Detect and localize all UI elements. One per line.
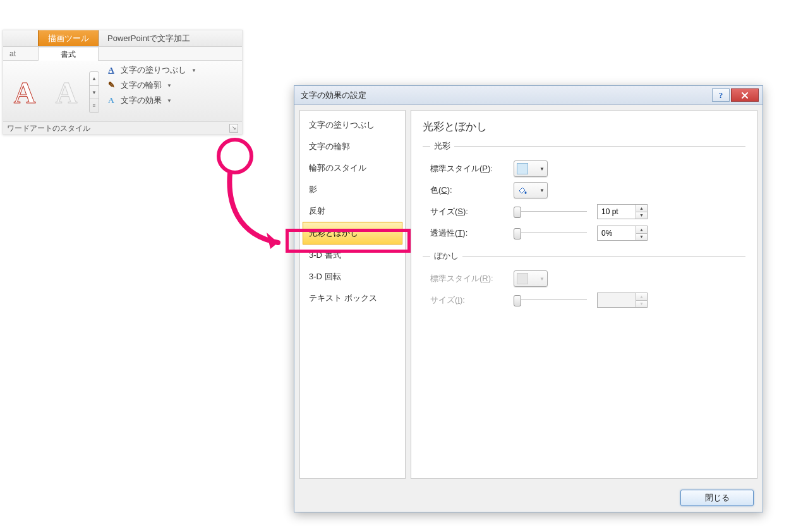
dialog-title: 文字の効果の設定 — [301, 90, 711, 101]
dialog-launcher-icon[interactable]: ↘ — [229, 124, 238, 133]
text-effects-dialog: 文字の効果の設定 ? 文字の塗りつぶし 文字の輪郭 輪郭のスタイル 影 反射 光… — [294, 85, 763, 512]
blur-preset-dropdown[interactable]: ▼ — [514, 270, 548, 287]
wordart-gallery[interactable]: A A ▲ ▼ ≡ — [3, 61, 103, 121]
ribbon-group-caption: ワードアートのスタイル ↘ — [3, 121, 242, 134]
chevron-down-icon: ▼ — [167, 83, 172, 88]
chevron-down-icon: ▼ — [191, 68, 196, 73]
category-text-outline[interactable]: 文字の輪郭 — [303, 136, 402, 157]
glow-preset-label: 標準スタイル(P): — [430, 163, 506, 174]
chevron-down-icon: ▼ — [540, 166, 545, 172]
text-effects-icon: A — [106, 95, 117, 106]
chevron-up-icon: ▲ — [636, 293, 647, 301]
group-caption-text: ワードアートのスタイル — [7, 124, 90, 133]
tab-format[interactable]: 書式 — [38, 47, 99, 61]
detail-pane: 光彩とぼかし 光彩 標準スタイル(P): ▼ 色(C): — [411, 110, 757, 479]
dialog-footer: 閉じる — [294, 484, 763, 512]
blur-preset-swatch-icon — [517, 273, 528, 284]
dialog-titlebar[interactable]: 文字の効果の設定 ? — [294, 86, 763, 105]
category-3d-format[interactable]: 3-D 書式 — [303, 245, 402, 266]
glow-size-label: サイズ(S): — [430, 206, 506, 217]
text-outline-icon: ✎ — [106, 80, 117, 91]
chevron-up-icon[interactable]: ▲ — [636, 205, 647, 212]
category-3d-rotation[interactable]: 3-D 回転 — [303, 266, 402, 287]
glow-size-spinner[interactable]: ▲▼ — [597, 204, 648, 219]
text-effects-button[interactable]: A 文字の効果 ▼ — [106, 95, 196, 106]
blur-size-label: サイズ(I): — [430, 294, 506, 306]
help-button[interactable]: ? — [712, 88, 730, 102]
ribbon-group-wordart-styles: A A ▲ ▼ ≡ A 文字の塗りつぶし ▼ ✎ 文字の輪郭 ▼ A 文字の効果 — [3, 61, 242, 121]
category-glow-soft-edges[interactable]: 光彩とぼかし — [303, 222, 402, 245]
chevron-down-icon[interactable]: ▼ — [90, 86, 99, 100]
blur-preset-label: 標準スタイル(R): — [430, 273, 506, 284]
glow-legend: 光彩 — [430, 140, 454, 152]
chevron-down-icon[interactable]: ▼ — [636, 234, 647, 241]
text-outline-label: 文字の輪郭 — [121, 80, 162, 91]
chevron-down-icon: ▼ — [167, 98, 172, 104]
glow-color-dropdown[interactable]: ▼ — [514, 182, 548, 198]
tab-fragment-at[interactable]: at — [9, 49, 16, 58]
blur-size-slider[interactable] — [514, 294, 589, 306]
glow-preset-swatch-icon — [517, 163, 528, 174]
chevron-down-icon: ▼ — [540, 188, 545, 193]
annotation-circle — [217, 138, 253, 174]
text-effects-label: 文字の効果 — [121, 95, 162, 106]
category-text-fill[interactable]: 文字の塗りつぶし — [303, 114, 402, 136]
glow-size-slider[interactable] — [514, 205, 589, 218]
glow-preset-dropdown[interactable]: ▼ — [514, 160, 548, 177]
gallery-more-icon[interactable]: ≡ — [90, 99, 99, 112]
category-reflection[interactable]: 反射 — [303, 200, 402, 222]
category-outline-style[interactable]: 輪郭のスタイル — [303, 157, 402, 179]
context-tab-drawing-tools[interactable]: 描画ツール — [38, 30, 99, 46]
chevron-down-icon: ▼ — [636, 301, 647, 308]
glow-transparency-spinner[interactable]: ▲▼ — [597, 226, 648, 241]
document-title: PowerPointで文字加工 — [99, 30, 242, 46]
close-icon — [741, 92, 749, 99]
wordart-preset-2[interactable]: A — [47, 71, 85, 113]
window-close-button[interactable] — [731, 88, 759, 102]
category-list: 文字の塗りつぶし 文字の輪郭 輪郭のスタイル 影 反射 光彩とぼかし 3-D 書… — [299, 110, 406, 479]
chevron-up-icon[interactable]: ▲ — [636, 226, 647, 234]
annotation-arrow-icon — [219, 172, 294, 254]
blur-size-input — [598, 293, 636, 307]
text-fill-button[interactable]: A 文字の塗りつぶし ▼ — [106, 64, 196, 76]
pane-heading: 光彩とぼかし — [423, 119, 745, 134]
glow-transparency-label: 透過性(T): — [430, 227, 506, 239]
chevron-up-icon[interactable]: ▲ — [90, 72, 99, 86]
wordart-preset-1[interactable]: A — [6, 71, 44, 113]
paint-bucket-icon — [517, 184, 528, 196]
blur-size-spinner: ▲▼ — [597, 293, 648, 308]
glow-color-label: 色(C): — [430, 184, 506, 196]
glow-section: 光彩 標準スタイル(P): ▼ 色(C): ▼ — [423, 140, 745, 246]
category-text-box[interactable]: テキスト ボックス — [303, 287, 402, 309]
ribbon-fragment: 描画ツール PowerPointで文字加工 書式 at A A ▲ ▼ ≡ A … — [3, 30, 243, 135]
chevron-down-icon: ▼ — [540, 276, 545, 282]
text-outline-button[interactable]: ✎ 文字の輪郭 ▼ — [106, 80, 196, 91]
close-button[interactable]: 閉じる — [680, 490, 754, 506]
glow-transparency-slider[interactable] — [514, 227, 589, 239]
blur-section: ぼかし 標準スタイル(R): ▼ サイズ(I): — [423, 250, 745, 313]
glow-size-input[interactable] — [598, 205, 636, 219]
glow-transparency-input[interactable] — [598, 226, 636, 240]
text-fill-label: 文字の塗りつぶし — [121, 64, 186, 76]
text-fill-icon: A — [106, 64, 117, 76]
category-shadow[interactable]: 影 — [303, 179, 402, 200]
gallery-scroll-controls[interactable]: ▲ ▼ ≡ — [89, 71, 99, 113]
blur-legend: ぼかし — [430, 250, 462, 262]
chevron-down-icon[interactable]: ▼ — [636, 212, 647, 219]
svg-point-0 — [525, 191, 527, 194]
ribbon-tabstrip: 描画ツール PowerPointで文字加工 — [3, 30, 242, 47]
